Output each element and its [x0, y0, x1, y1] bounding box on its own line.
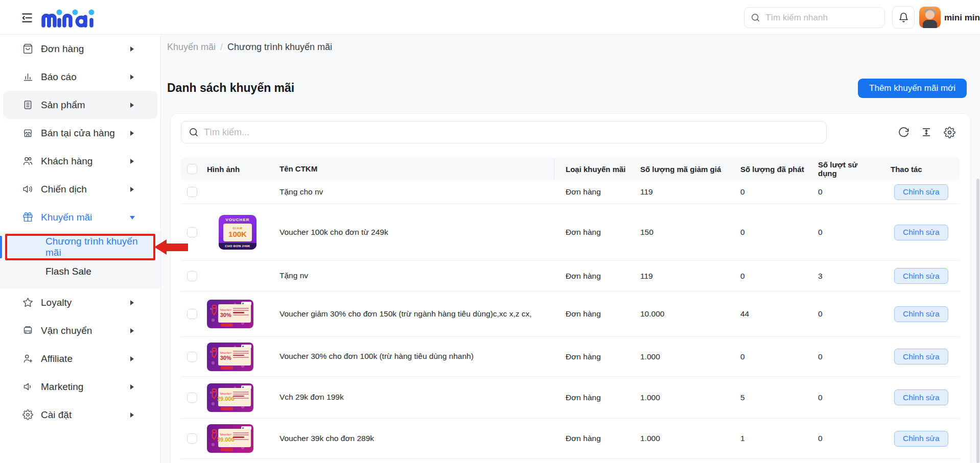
chevron-right-icon: [130, 187, 134, 192]
customers-icon: [22, 156, 34, 167]
promo-name: Tặng nv: [279, 271, 566, 281]
table-row: VOUCHER GIẢM 100K CHO ĐƠN 249K Voucher 1…: [181, 204, 960, 261]
chevron-right-icon: [130, 356, 134, 361]
edit-button[interactable]: Chỉnh sửa: [894, 184, 948, 200]
col-header-so-luot-su-dung: Số lượt sử dụng: [818, 160, 876, 178]
table-row: Tặng nv Đơn hàng 119 0 3 Chỉnh sửa: [181, 261, 960, 291]
logo[interactable]: [40, 7, 106, 29]
row-checkbox[interactable]: [187, 393, 197, 403]
edit-button[interactable]: Chỉnh sửa: [894, 306, 948, 322]
chevron-right-icon: [130, 75, 134, 80]
row-checkbox[interactable]: [187, 352, 197, 362]
campaign-speaker-icon: [22, 184, 34, 195]
active-indicator: [0, 236, 2, 258]
search-icon: [189, 127, 199, 137]
col-header-so-luong-da-phat: Số lượng đã phát: [740, 165, 818, 174]
sidebar-item-marketing[interactable]: Marketing: [0, 373, 160, 401]
refresh-icon[interactable]: [897, 126, 910, 139]
sidebar-item-loyalty[interactable]: Loyalty: [0, 288, 160, 316]
sidebar: Đơn hàng Báo cáo Sản phẩm Bán tại cửa hà…: [0, 35, 161, 463]
row-checkbox[interactable]: [187, 227, 197, 237]
col-header-loai-khuyen-mai: Loại khuyến mãi: [566, 165, 640, 174]
sidebar-item-bao-cao[interactable]: Báo cáo: [0, 63, 160, 91]
col-header-hinh-anh: Hình ảnh: [207, 165, 279, 174]
avatar[interactable]: [919, 7, 941, 28]
sidebar-item-khuyen-mai[interactable]: Khuyến mãi: [0, 203, 160, 231]
row-height-icon[interactable]: [920, 126, 933, 139]
megaphone-icon: [22, 381, 34, 393]
chevron-right-icon: [130, 328, 134, 333]
chevron-down-icon: [130, 216, 135, 222]
row-checkbox[interactable]: [187, 271, 197, 281]
promo-name: Voucher 30% cho đơn 100k (trừ hàng tiêu …: [279, 351, 566, 362]
chevron-right-icon: [130, 103, 134, 108]
product-box-icon: [22, 100, 34, 111]
chevron-right-icon: [130, 159, 134, 164]
sidebar-collapse-icon[interactable]: [20, 11, 34, 25]
search-icon: [751, 13, 760, 22]
notifications-button[interactable]: [892, 6, 915, 29]
sidebar-item-cai-dat[interactable]: Cài đặt: [0, 401, 160, 429]
table-settings-gear-icon[interactable]: [943, 126, 956, 139]
gift-icon: [22, 212, 34, 223]
table-row: Voucher 29.000 Vch 29k đơn 199k Đơn hàng…: [181, 377, 960, 419]
chevron-right-icon: [130, 46, 134, 52]
add-promotion-button[interactable]: Thêm khuyến mãi mới: [858, 79, 967, 98]
store-icon: [22, 128, 34, 139]
select-all-checkbox[interactable]: [187, 164, 197, 174]
user-name[interactable]: mini min: [944, 13, 980, 23]
edit-button[interactable]: Chỉnh sửa: [894, 225, 948, 240]
breadcrumb-separator: /: [220, 42, 223, 53]
edit-button[interactable]: Chỉnh sửa: [894, 389, 948, 405]
truck-icon: [22, 325, 34, 336]
voucher-29k-thumbnail: Voucher 29.000: [207, 383, 253, 412]
table-row: Voucher 30% Voucher 30% cho đơn 100k (tr…: [181, 337, 960, 377]
sidebar-item-don-hang[interactable]: Đơn hàng: [0, 35, 160, 63]
row-checkbox[interactable]: [187, 309, 197, 319]
page-scrollbar[interactable]: [976, 179, 979, 463]
khuyen-mai-submenu: Chương trình khuyến mãi Flash Sale: [0, 231, 160, 288]
edit-button[interactable]: Chỉnh sửa: [894, 268, 948, 284]
global-search-input[interactable]: [765, 13, 878, 23]
sidebar-item-khach-hang[interactable]: Khách hàng: [0, 147, 160, 175]
promo-name: Voucher 39k cho đơn 289k: [279, 433, 566, 444]
user-plus-icon: [22, 353, 34, 364]
sidebar-item-ban-tai-cua-hang[interactable]: Bán tại cửa hàng: [0, 119, 160, 147]
bell-icon: [898, 12, 909, 23]
row-checkbox[interactable]: [187, 187, 197, 197]
promotions-card: Hình ảnh Tên CTKM Loại khuyến mãi Số lượ…: [170, 113, 971, 463]
gear-icon: [22, 409, 34, 421]
sidebar-item-van-chuyen[interactable]: Vận chuyển: [0, 316, 160, 345]
table-row: Tặng cho nv Đơn hàng 119 0 0 Chỉnh sửa: [181, 180, 960, 204]
chevron-right-icon: [130, 300, 134, 305]
global-search: [744, 7, 885, 28]
annotation-arrow-shaft: [166, 243, 188, 251]
page-title: Danh sách khuyến mãi: [167, 81, 294, 95]
col-header-thao-tac: Thao tác: [876, 165, 961, 174]
edit-button[interactable]: Chỉnh sửa: [894, 431, 948, 447]
promo-name: Tặng cho nv: [279, 187, 566, 198]
sidebar-item-chuong-trinh-khuyen-mai[interactable]: Chương trình khuyến mãi: [7, 236, 153, 258]
table-search-input[interactable]: [204, 127, 819, 138]
orders-bag-icon: [22, 43, 34, 55]
sidebar-item-san-pham[interactable]: Sản phẩm: [3, 91, 157, 119]
voucher-30-thumbnail: Voucher 30%: [207, 300, 253, 328]
breadcrumb-parent[interactable]: Khuyến mãi: [167, 42, 216, 53]
promo-name: Voucher giảm 30% cho đơn 150k (trừ ngành…: [279, 309, 566, 320]
col-header-so-luong-ma-giam-gia: Số lượng mã giảm giá: [640, 165, 740, 174]
main-content: Khuyến mãi / Chương trình khuyến mãi Dan…: [161, 35, 980, 463]
chevron-right-icon: [130, 131, 134, 136]
promo-name: Voucher 100k cho đơn từ 249k: [279, 227, 566, 238]
row-checkbox[interactable]: [187, 433, 197, 444]
sidebar-item-flash-sale[interactable]: Flash Sale: [0, 258, 160, 285]
chevron-right-icon: [130, 412, 134, 418]
promo-name: Vch 29k đơn 199k: [279, 392, 566, 403]
col-header-ten-ctkm: Tên CTKM: [279, 164, 566, 174]
annotation-arrow: [154, 239, 167, 255]
sidebar-item-chien-dich[interactable]: Chiến dịch: [0, 175, 160, 203]
sidebar-item-affiliate[interactable]: Affiliate: [0, 345, 160, 373]
table-row: Voucher 39.000 Voucher 39k cho đơn 289k …: [181, 419, 960, 459]
edit-button[interactable]: Chỉnh sửa: [894, 349, 948, 364]
table-row: Voucher 30% Voucher giảm 30% cho đơn 150…: [181, 291, 960, 337]
chevron-right-icon: [130, 384, 134, 389]
